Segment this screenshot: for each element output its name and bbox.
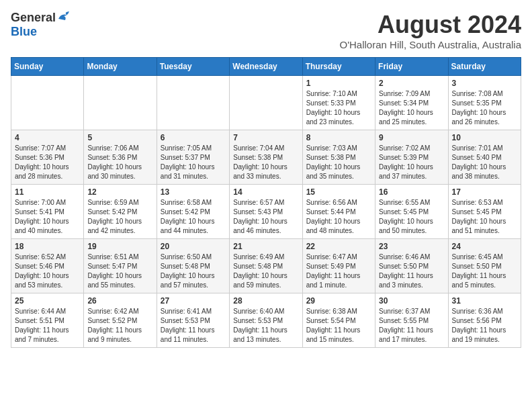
calendar-cell: 25Sunrise: 6:44 AM Sunset: 5:51 PM Dayli… — [11, 293, 84, 348]
week-row-1: 1Sunrise: 7:10 AM Sunset: 5:33 PM Daylig… — [11, 76, 521, 130]
header-row: SundayMondayTuesdayWednesdayThursdayFrid… — [11, 58, 521, 76]
day-header-monday: Monday — [84, 58, 157, 76]
day-info: Sunrise: 6:52 AM Sunset: 5:46 PM Dayligh… — [15, 253, 80, 290]
day-number: 5 — [87, 133, 152, 142]
calendar-cell: 4Sunrise: 7:07 AM Sunset: 5:36 PM Daylig… — [11, 130, 84, 185]
day-info: Sunrise: 6:42 AM Sunset: 5:52 PM Dayligh… — [87, 307, 152, 345]
calendar-cell: 2Sunrise: 7:09 AM Sunset: 5:34 PM Daylig… — [375, 76, 448, 130]
day-number: 15 — [306, 187, 371, 197]
day-info: Sunrise: 6:37 AM Sunset: 5:55 PM Dayligh… — [379, 307, 444, 345]
logo-bird-icon — [57, 11, 72, 23]
day-info: Sunrise: 6:45 AM Sunset: 5:50 PM Dayligh… — [452, 253, 517, 290]
day-number: 27 — [161, 296, 226, 306]
day-info: Sunrise: 6:58 AM Sunset: 5:42 PM Dayligh… — [161, 198, 226, 236]
day-number: 11 — [15, 187, 80, 197]
calendar-cell: 28Sunrise: 6:40 AM Sunset: 5:53 PM Dayli… — [230, 293, 302, 348]
day-number: 19 — [87, 242, 152, 251]
day-number: 14 — [233, 187, 298, 197]
calendar-cell: 6Sunrise: 7:05 AM Sunset: 5:37 PM Daylig… — [157, 130, 229, 185]
day-number: 25 — [15, 296, 80, 306]
calendar-cell: 24Sunrise: 6:45 AM Sunset: 5:50 PM Dayli… — [448, 239, 521, 293]
day-number: 12 — [87, 187, 152, 197]
day-number: 13 — [161, 187, 226, 197]
day-number: 31 — [452, 296, 517, 306]
day-info: Sunrise: 6:44 AM Sunset: 5:51 PM Dayligh… — [15, 307, 80, 345]
week-row-4: 18Sunrise: 6:52 AM Sunset: 5:46 PM Dayli… — [11, 239, 521, 293]
calendar-cell: 7Sunrise: 7:04 AM Sunset: 5:38 PM Daylig… — [230, 130, 302, 185]
day-header-thursday: Thursday — [302, 58, 375, 76]
day-info: Sunrise: 7:08 AM Sunset: 5:35 PM Dayligh… — [452, 89, 517, 127]
day-number: 7 — [233, 133, 298, 142]
day-info: Sunrise: 7:01 AM Sunset: 5:40 PM Dayligh… — [452, 144, 517, 181]
day-number: 23 — [379, 242, 444, 251]
calendar-cell: 30Sunrise: 6:37 AM Sunset: 5:55 PM Dayli… — [375, 293, 448, 348]
calendar-cell — [157, 76, 229, 130]
day-number: 3 — [452, 79, 517, 88]
day-info: Sunrise: 6:50 AM Sunset: 5:48 PM Dayligh… — [161, 253, 226, 290]
day-info: Sunrise: 7:07 AM Sunset: 5:36 PM Dayligh… — [15, 144, 80, 181]
calendar-cell: 9Sunrise: 7:02 AM Sunset: 5:39 PM Daylig… — [375, 130, 448, 185]
day-info: Sunrise: 7:04 AM Sunset: 5:38 PM Dayligh… — [233, 144, 298, 181]
calendar-cell: 8Sunrise: 7:03 AM Sunset: 5:38 PM Daylig… — [302, 130, 375, 185]
day-info: Sunrise: 6:59 AM Sunset: 5:42 PM Dayligh… — [87, 198, 152, 236]
day-number: 16 — [379, 187, 444, 197]
calendar-table: SundayMondayTuesdayWednesdayThursdayFrid… — [11, 57, 521, 348]
logo-general-text: General — [11, 11, 56, 25]
calendar-cell: 16Sunrise: 6:55 AM Sunset: 5:45 PM Dayli… — [375, 185, 448, 239]
calendar-cell: 14Sunrise: 6:57 AM Sunset: 5:43 PM Dayli… — [230, 185, 302, 239]
calendar-cell: 21Sunrise: 6:49 AM Sunset: 5:48 PM Dayli… — [230, 239, 302, 293]
day-number: 21 — [233, 242, 298, 251]
day-number: 30 — [379, 296, 444, 306]
calendar-cell: 22Sunrise: 6:47 AM Sunset: 5:49 PM Dayli… — [302, 239, 375, 293]
calendar-cell: 5Sunrise: 7:06 AM Sunset: 5:36 PM Daylig… — [84, 130, 157, 185]
calendar-cell: 3Sunrise: 7:08 AM Sunset: 5:35 PM Daylig… — [448, 76, 521, 130]
calendar-cell: 10Sunrise: 7:01 AM Sunset: 5:40 PM Dayli… — [448, 130, 521, 185]
day-info: Sunrise: 7:03 AM Sunset: 5:38 PM Dayligh… — [306, 144, 371, 181]
day-info: Sunrise: 6:41 AM Sunset: 5:53 PM Dayligh… — [161, 307, 226, 345]
calendar-cell: 1Sunrise: 7:10 AM Sunset: 5:33 PM Daylig… — [302, 76, 375, 130]
day-info: Sunrise: 7:02 AM Sunset: 5:39 PM Dayligh… — [379, 144, 444, 181]
day-number: 29 — [306, 296, 371, 306]
main-title: August 2024 — [340, 11, 522, 39]
calendar-cell: 12Sunrise: 6:59 AM Sunset: 5:42 PM Dayli… — [84, 185, 157, 239]
day-info: Sunrise: 6:46 AM Sunset: 5:50 PM Dayligh… — [379, 253, 444, 290]
day-number: 6 — [161, 133, 226, 142]
day-info: Sunrise: 6:38 AM Sunset: 5:54 PM Dayligh… — [306, 307, 371, 345]
day-number: 28 — [233, 296, 298, 306]
day-number: 8 — [306, 133, 371, 142]
calendar-cell: 11Sunrise: 7:00 AM Sunset: 5:41 PM Dayli… — [11, 185, 84, 239]
day-info: Sunrise: 6:47 AM Sunset: 5:49 PM Dayligh… — [306, 253, 371, 290]
day-number: 20 — [161, 242, 226, 251]
week-row-2: 4Sunrise: 7:07 AM Sunset: 5:36 PM Daylig… — [11, 130, 521, 185]
calendar-cell: 27Sunrise: 6:41 AM Sunset: 5:53 PM Dayli… — [157, 293, 229, 348]
day-header-friday: Friday — [375, 58, 448, 76]
day-info: Sunrise: 6:55 AM Sunset: 5:45 PM Dayligh… — [379, 198, 444, 236]
day-info: Sunrise: 6:53 AM Sunset: 5:45 PM Dayligh… — [452, 198, 517, 236]
day-info: Sunrise: 6:51 AM Sunset: 5:47 PM Dayligh… — [87, 253, 152, 290]
calendar-cell: 17Sunrise: 6:53 AM Sunset: 5:45 PM Dayli… — [448, 185, 521, 239]
day-number: 26 — [87, 296, 152, 306]
day-info: Sunrise: 6:49 AM Sunset: 5:48 PM Dayligh… — [233, 253, 298, 290]
day-header-saturday: Saturday — [448, 58, 521, 76]
day-number: 2 — [379, 79, 444, 88]
calendar-cell — [84, 76, 157, 130]
day-number: 18 — [15, 242, 80, 251]
subtitle: O'Halloran Hill, South Australia, Austra… — [340, 39, 522, 50]
page-header: General Blue August 2024 O'Halloran Hill… — [11, 11, 521, 50]
day-header-tuesday: Tuesday — [157, 58, 229, 76]
calendar-cell: 23Sunrise: 6:46 AM Sunset: 5:50 PM Dayli… — [375, 239, 448, 293]
day-info: Sunrise: 6:40 AM Sunset: 5:53 PM Dayligh… — [233, 307, 298, 345]
day-info: Sunrise: 6:56 AM Sunset: 5:44 PM Dayligh… — [306, 198, 371, 236]
calendar-cell: 29Sunrise: 6:38 AM Sunset: 5:54 PM Dayli… — [302, 293, 375, 348]
day-info: Sunrise: 7:00 AM Sunset: 5:41 PM Dayligh… — [15, 198, 80, 236]
day-number: 10 — [452, 133, 517, 142]
day-number: 1 — [306, 79, 371, 88]
logo: General Blue — [11, 11, 72, 39]
day-info: Sunrise: 6:57 AM Sunset: 5:43 PM Dayligh… — [233, 198, 298, 236]
day-info: Sunrise: 7:06 AM Sunset: 5:36 PM Dayligh… — [87, 144, 152, 181]
day-number: 17 — [452, 187, 517, 197]
day-info: Sunrise: 7:05 AM Sunset: 5:37 PM Dayligh… — [161, 144, 226, 181]
calendar-cell: 31Sunrise: 6:36 AM Sunset: 5:56 PM Dayli… — [448, 293, 521, 348]
calendar-cell: 18Sunrise: 6:52 AM Sunset: 5:46 PM Dayli… — [11, 239, 84, 293]
week-row-5: 25Sunrise: 6:44 AM Sunset: 5:51 PM Dayli… — [11, 293, 521, 348]
